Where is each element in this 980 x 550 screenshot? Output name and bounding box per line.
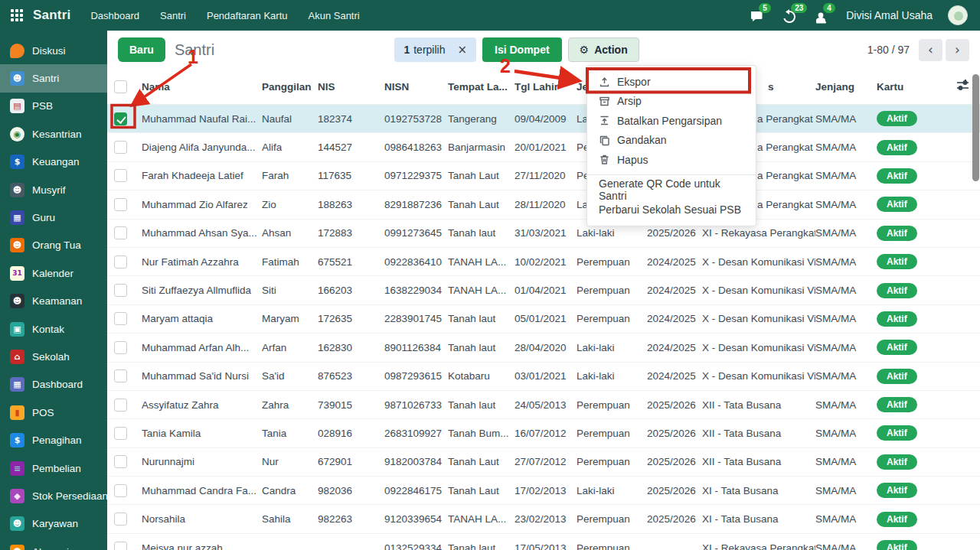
menu-item-gandakan[interactable]: Gandakan xyxy=(587,131,756,151)
menu-item-batalkan-pengarsipan[interactable]: Batalkan Pengarsipan xyxy=(587,111,756,131)
sidebar-item-absensi[interactable]: ☻Absensi xyxy=(0,538,107,550)
cell-panggilan: Farah xyxy=(262,170,318,181)
sidebar-item-pos[interactable]: ▮POS xyxy=(0,399,107,426)
row-checkbox[interactable] xyxy=(114,198,127,211)
row-checkbox[interactable] xyxy=(114,226,127,239)
isi-dompet-button[interactable]: Isi Dompet xyxy=(482,37,562,62)
cell-kelas: X - Desan Komunikasi Vi... xyxy=(702,256,815,268)
sidebar-item-guru[interactable]: ▦Guru xyxy=(0,203,107,231)
history-icon[interactable]: 23 xyxy=(782,7,799,24)
nav-menu-santri[interactable]: Santri xyxy=(160,10,186,21)
nav-menu-pendaftaran-kartu[interactable]: Pendaftaran Kartu xyxy=(207,10,288,21)
absensi-icon: ☻ xyxy=(10,545,24,550)
chat-icon[interactable]: 5 xyxy=(750,7,766,24)
table-row[interactable]: Nur Fatimah AzzahraFatimah67552109228364… xyxy=(107,248,980,276)
menu-item-label: Arsip xyxy=(617,95,642,107)
sidebar-item-sekolah[interactable]: ⌂Sekolah xyxy=(0,343,107,370)
row-checkbox[interactable] xyxy=(114,169,127,182)
vertical-scrollbar[interactable] xyxy=(972,74,979,181)
row-checkbox[interactable] xyxy=(114,284,127,297)
cell-nisn: 0971229375 xyxy=(384,170,448,181)
select-all-checkbox[interactable] xyxy=(114,80,127,93)
menu-item-arsip[interactable]: Arsip xyxy=(587,92,756,112)
new-button[interactable]: Baru xyxy=(118,37,165,62)
sidebar-item-orang-tua[interactable]: ☻Orang Tua xyxy=(0,232,107,259)
top-navbar: Santri DashboardSantriPendaftaran KartuA… xyxy=(0,0,980,31)
selected-chip[interactable]: 1 terpilih × xyxy=(394,37,476,62)
sidebar-item-kontak[interactable]: ▣Kontak xyxy=(0,315,107,343)
sidebar-item-penagihan[interactable]: $Penagihan xyxy=(0,426,107,454)
row-checkbox[interactable] xyxy=(114,427,127,440)
row-checkbox[interactable] xyxy=(114,455,127,468)
col-panggilan[interactable]: Panggilan xyxy=(262,81,318,93)
menu-item-hapus[interactable]: Hapus xyxy=(587,150,756,170)
table-row[interactable]: Maryam attaqiaMaryam1726352283901745Tana… xyxy=(107,305,980,334)
row-checkbox[interactable] xyxy=(114,484,127,497)
avatar[interactable] xyxy=(948,5,968,25)
table-row[interactable]: Muhammad Naufal Rai...Naufal182374019275… xyxy=(107,105,980,133)
col-nisn[interactable]: NISN xyxy=(384,81,448,93)
col-tgl-lahir[interactable]: Tgl Lahir xyxy=(514,81,577,93)
sidebar-item-keuangan[interactable]: $Keuangan xyxy=(0,148,107,176)
row-checkbox[interactable] xyxy=(114,542,127,550)
menu-item-ekspor[interactable]: Ekspor xyxy=(587,72,756,92)
sidebar-item-stok-persediaan[interactable]: ◆Stok Persediaan xyxy=(0,482,107,509)
table-row[interactable]: Assyifatuz ZahraZahra7390159871026733Tan… xyxy=(107,391,980,419)
row-checkbox[interactable] xyxy=(114,312,127,325)
apps-grid-icon[interactable] xyxy=(11,9,23,21)
action-button[interactable]: ⚙ Action xyxy=(568,37,639,62)
row-checkbox[interactable] xyxy=(114,112,127,125)
nav-menu-dashboard[interactable]: Dashboard xyxy=(90,10,139,21)
user-menu[interactable]: Divisi Amal Usaha xyxy=(846,9,933,21)
sidebar-item-santri[interactable]: ☻Santri xyxy=(0,64,107,92)
menu-item-generate-qr-code-untuk-santri[interactable]: Generate QR Code untuk Santri xyxy=(587,180,756,200)
clear-selection-icon[interactable]: × xyxy=(457,43,467,57)
sidebar-item-dashboard[interactable]: ▦Dashboard xyxy=(0,371,107,399)
sidebar-item-musyrif[interactable]: ☻Musyrif xyxy=(0,176,107,203)
table-row[interactable]: Muhammad Candra Fa...Candra9820360922846… xyxy=(107,477,980,505)
table-row[interactable]: Farah Khadeeja LatiefFarah11763509712293… xyxy=(107,162,980,190)
row-checkbox[interactable] xyxy=(114,255,127,268)
sidebar-item-diskusi[interactable]: Diskusi xyxy=(0,37,107,64)
table-row[interactable]: Diajeng Alifa Janyunda...Alifa1445270986… xyxy=(107,133,980,161)
status-badge: Aktif xyxy=(877,483,917,498)
table-row[interactable]: Meisya nur azzah0132529334Tanah laut17/0… xyxy=(107,534,980,550)
cell-nama: Meisya nur azzah xyxy=(142,542,262,550)
table-row[interactable]: Muhammad Arfan Alh...Arfan16283089011263… xyxy=(107,334,980,362)
cell-jenis-kelamin: Perempuan xyxy=(577,285,647,296)
prev-page-button[interactable]: ‹ xyxy=(919,39,942,61)
col-jenjang[interactable]: Jenjang xyxy=(815,81,877,93)
row-checkbox[interactable] xyxy=(114,399,127,412)
cell-nama: Tania Kamila xyxy=(142,428,262,439)
menu-item-perbarui-sekolah-sesuai-psb[interactable]: Perbarui Sekolah Sesuai PSB xyxy=(587,200,756,220)
table-row[interactable]: Siti Zuffaezya AllmuflidaSiti16620316382… xyxy=(107,276,980,304)
next-page-button[interactable]: › xyxy=(946,39,969,61)
nav-menu-akun-santri[interactable]: Akun Santri xyxy=(309,10,360,21)
table-row[interactable]: NurunnajmiNur6729019182003784Tanah Laut2… xyxy=(107,448,980,477)
table-row[interactable]: NorsahilaSahila9822639120339654TANAH LA.… xyxy=(107,505,980,533)
row-checkbox[interactable] xyxy=(114,141,127,154)
column-settings-icon[interactable] xyxy=(956,80,969,93)
sidebar-item-pembelian[interactable]: ≡Pembelian xyxy=(0,454,107,482)
sidebar-item-kesantrian[interactable]: ◉Kesantrian xyxy=(0,120,107,148)
col-kartu[interactable]: Kartu xyxy=(877,81,936,93)
table-row[interactable]: Muhammad Zio AlfarezZio1882638291887236T… xyxy=(107,190,980,219)
sidebar-item-psb[interactable]: ▤PSB xyxy=(0,93,107,120)
inbox-person-icon[interactable]: 4 xyxy=(814,7,831,24)
row-checkbox[interactable] xyxy=(114,513,127,526)
sidebar-item-karyawan[interactable]: ☻Karyawan xyxy=(0,510,107,538)
row-checkbox[interactable] xyxy=(114,369,127,382)
cell-tgl-lahir: 23/02/2013 xyxy=(514,513,577,525)
sidebar-item-kalender[interactable]: 31Kalender xyxy=(0,259,107,287)
table-row[interactable]: Muhammad Ahsan Sya...Ahsan17288309912736… xyxy=(107,220,980,248)
stok-icon: ◆ xyxy=(10,489,24,503)
col-tempat-lahir[interactable]: Tempat La... xyxy=(448,81,514,93)
table-row[interactable]: Tania KamilaTania0289162683109927Tanah B… xyxy=(107,419,980,447)
row-checkbox[interactable] xyxy=(114,341,127,354)
table-row[interactable]: Muhammad Sa'id NursiSa'id876523098729361… xyxy=(107,363,980,391)
sidebar-item-keamanan[interactable]: ☻Keamanan xyxy=(0,288,107,315)
cell-nama: Muhammad Ahsan Sya... xyxy=(142,227,262,239)
col-nis[interactable]: NIS xyxy=(318,81,384,93)
col-nama[interactable]: Nama xyxy=(142,81,262,93)
status-badge: Aktif xyxy=(877,540,917,550)
